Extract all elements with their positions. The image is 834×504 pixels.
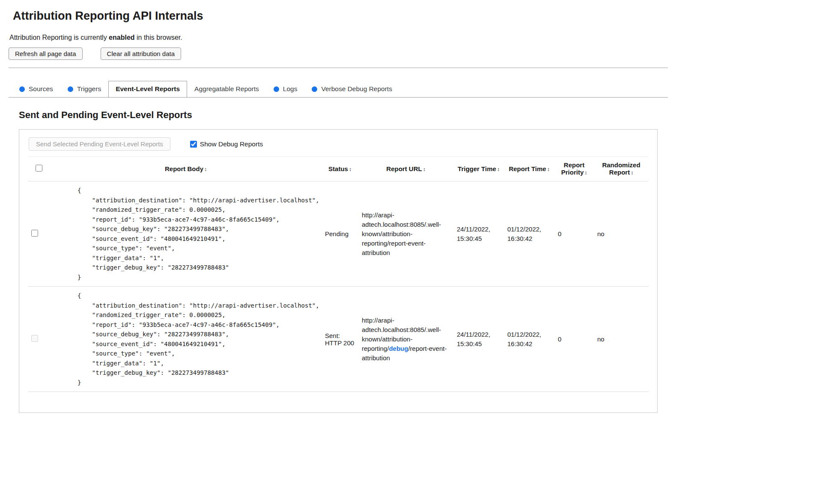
table-header-row: Report Body↕ Status↕ Report URL↕ Trigger… [28, 157, 649, 181]
tab-sources[interactable]: Sources [12, 81, 60, 98]
column-header-label: Trigger Time [458, 165, 496, 172]
page-title: Attribution Reporting API Internals [13, 9, 668, 23]
column-header-randomized-report[interactable]: Randomized Report↕ [594, 157, 649, 181]
row-select-checkbox[interactable] [31, 230, 38, 237]
status-prefix: Attribution Reporting is currently [9, 34, 109, 41]
status-cell: Pending [322, 181, 358, 287]
toolbar: Refresh all page data Clear all attribut… [9, 47, 668, 60]
sort-icon: ↕ [204, 166, 207, 172]
status-line: Attribution Reporting is currently enabl… [9, 34, 668, 42]
tab-label: Event-Level Reports [116, 85, 180, 93]
blue-dot-icon [274, 86, 279, 92]
sort-icon: ↕ [547, 166, 550, 172]
status-cell: Sent: HTTP 200 [322, 287, 358, 392]
select-all-header [28, 157, 50, 181]
report-body-cell: { "attribution_destination": "http://ara… [50, 287, 322, 392]
report-controls: Send Selected Pending Event-Level Report… [19, 137, 657, 157]
report-time-cell: 01/12/2022, 16:30:42 [504, 181, 554, 287]
report-url-cell: http://arapi-adtech.localhost:8085/.well… [358, 287, 453, 392]
attribution-internals-page: Attribution Reporting API Internals Attr… [0, 0, 676, 430]
column-header-label: Status [328, 165, 348, 172]
sort-icon: ↕ [423, 166, 426, 172]
report-row-pending: { "attribution_destination": "http://ara… [28, 181, 649, 287]
column-header-label: Report Body [165, 165, 203, 172]
report-url-text: http://arapi-adtech.localhost:8085/.well… [362, 211, 441, 256]
tab-verbose-debug-reports[interactable]: Verbose Debug Reports [304, 81, 399, 98]
table-footer-spacer [28, 392, 649, 398]
blue-dot-icon [312, 86, 317, 92]
report-url-cell: http://arapi-adtech.localhost:8085/.well… [358, 181, 453, 287]
tab-event-level-reports[interactable]: Event-Level Reports [108, 81, 187, 98]
column-header-report-url[interactable]: Report URL↕ [358, 157, 453, 181]
sort-icon: ↕ [349, 166, 351, 172]
randomized-report-cell: no [594, 181, 649, 287]
report-body-cell: { "attribution_destination": "http://ara… [50, 181, 322, 287]
column-header-report-body[interactable]: Report Body↕ [50, 157, 322, 181]
show-debug-reports-label: Show Debug Reports [200, 140, 263, 148]
column-header-status[interactable]: Status↕ [322, 157, 358, 181]
status-enabled-text: enabled [109, 34, 134, 41]
show-debug-reports-toggle[interactable]: Show Debug Reports [190, 140, 263, 148]
trigger-time-cell: 24/11/2022, 15:30:45 [453, 181, 504, 287]
debug-highlight: debug [389, 345, 408, 352]
status-suffix: in this browser. [135, 34, 182, 41]
sort-icon: ↕ [631, 170, 633, 176]
tab-triggers[interactable]: Triggers [60, 81, 108, 98]
report-row-sent: { "attribution_destination": "http://ara… [28, 287, 649, 392]
tab-label: Logs [283, 85, 298, 93]
trigger-time-cell: 24/11/2022, 15:30:45 [453, 287, 504, 392]
row-select-checkbox-disabled [31, 335, 38, 342]
tabstrip: Sources Triggers Event-Level Reports Agg… [9, 81, 668, 98]
tab-logs[interactable]: Logs [266, 81, 305, 98]
report-priority-cell: 0 [554, 287, 594, 392]
blue-dot-icon [68, 86, 73, 92]
report-time-cell: 01/12/2022, 16:30:42 [504, 287, 554, 392]
sort-icon: ↕ [497, 166, 500, 172]
tab-label: Aggregatable Reports [194, 85, 259, 93]
column-header-label: Randomized Report [602, 161, 640, 176]
reports-panel: Send Selected Pending Event-Level Report… [19, 129, 658, 413]
tab-label: Sources [29, 85, 53, 93]
row-select-cell [28, 287, 50, 392]
event-level-reports-table: Report Body↕ Status↕ Report URL↕ Trigger… [28, 157, 649, 398]
column-header-label: Report URL [386, 165, 422, 172]
report-priority-cell: 0 [554, 181, 594, 287]
tab-label: Verbose Debug Reports [321, 85, 392, 93]
show-debug-reports-checkbox[interactable] [190, 141, 197, 148]
tab-label: Triggers [77, 85, 101, 93]
column-header-report-time[interactable]: Report Time↕ [504, 157, 554, 181]
section-heading: Sent and Pending Event-Level Reports [19, 110, 658, 121]
top-divider [9, 68, 668, 68]
randomized-report-cell: no [594, 287, 649, 392]
column-header-report-priority[interactable]: Report Priority↕ [554, 157, 594, 181]
refresh-all-button[interactable]: Refresh all page data [9, 47, 83, 60]
tab-aggregatable-reports[interactable]: Aggregatable Reports [187, 81, 266, 98]
row-select-cell [28, 181, 50, 287]
clear-all-button[interactable]: Clear all attribution data [101, 47, 181, 60]
report-body-json: { "attribution_destination": "http://ara… [54, 186, 318, 282]
column-header-label: Report Priority [561, 161, 584, 176]
select-all-checkbox[interactable] [36, 165, 42, 172]
send-selected-reports-button: Send Selected Pending Event-Level Report… [29, 137, 170, 151]
column-header-label: Report Time [509, 165, 546, 172]
report-body-json: { "attribution_destination": "http://ara… [54, 291, 318, 387]
column-header-trigger-time[interactable]: Trigger Time↕ [453, 157, 504, 181]
blue-dot-icon [19, 86, 25, 92]
sort-icon: ↕ [584, 170, 587, 176]
